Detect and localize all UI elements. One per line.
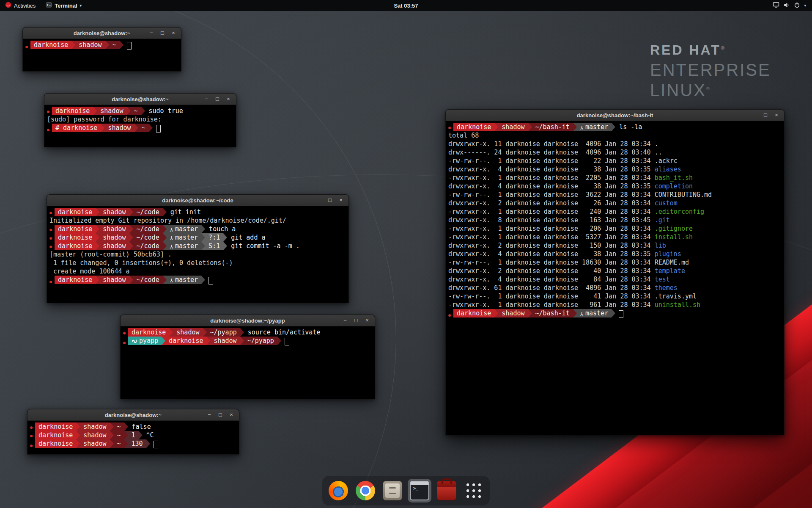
terminal-app-icon bbox=[410, 481, 429, 500]
close-button[interactable]: × bbox=[227, 411, 236, 419]
command-text: ls -la bbox=[619, 123, 642, 131]
prompt-line: ●# darknoiseshadow~ bbox=[47, 124, 233, 132]
prompt-segment-git: Ymaster bbox=[167, 242, 201, 250]
window-titlebar[interactable]: darknoise@shadow:~−□× bbox=[27, 409, 239, 421]
rhel-logo-enterprise: ENTERPRISE bbox=[650, 61, 771, 79]
activities-button[interactable]: Activities bbox=[0, 0, 41, 11]
output-line: 1 file changed, 0 insertions(+), 0 delet… bbox=[49, 259, 346, 267]
prompt-line: ●darknoiseshadow~1^C bbox=[30, 431, 236, 439]
file-list-row: drwxrwxr-x. 2 darknoise darknoise 26 Jan… bbox=[448, 199, 782, 207]
prompt-segment-path: ~ bbox=[138, 124, 149, 132]
maximize-button[interactable]: □ bbox=[213, 95, 222, 103]
close-button[interactable]: × bbox=[224, 95, 233, 103]
prompt-line: ●darknoiseshadow~/pyappsource bin/activa… bbox=[123, 328, 372, 337]
app-menu-terminal[interactable]: Terminal ▾ bbox=[41, 0, 87, 11]
minimize-button[interactable]: − bbox=[750, 111, 759, 119]
minimize-button[interactable]: − bbox=[315, 196, 323, 204]
dock-terminal-icon[interactable] bbox=[408, 479, 431, 502]
clock[interactable]: Sat 03:57 bbox=[394, 3, 418, 9]
dock-grid-icon[interactable] bbox=[462, 479, 486, 502]
terminal-content[interactable]: ●darknoiseshadow~false●darknoiseshadow~1… bbox=[27, 421, 239, 450]
software-app-icon bbox=[437, 481, 456, 500]
redhat-fedora-icon bbox=[5, 2, 11, 9]
close-button[interactable]: × bbox=[169, 29, 178, 37]
dock-software-icon[interactable] bbox=[435, 479, 458, 502]
dock-firefox-icon[interactable] bbox=[326, 479, 350, 502]
git-branch-icon: Y bbox=[580, 309, 583, 318]
terminal-content[interactable]: ●darknoiseshadow~/codegit initInitialize… bbox=[47, 206, 348, 286]
maximize-button[interactable]: □ bbox=[352, 316, 360, 325]
powerline-arrow-icon bbox=[134, 124, 138, 132]
powerline-arrow-icon bbox=[124, 431, 128, 439]
git-branch-icon: Y bbox=[170, 234, 173, 242]
maximize-button[interactable]: □ bbox=[761, 111, 770, 119]
window-titlebar[interactable]: darknoise@shadow:~/code−□× bbox=[47, 195, 348, 206]
powerline-arrow-icon bbox=[71, 41, 75, 49]
terminal-window-exitcodes[interactable]: darknoise@shadow:~−□×●darknoiseshadow~fa… bbox=[27, 409, 239, 455]
prompt-marker-icon: ● bbox=[448, 313, 451, 318]
window-titlebar[interactable]: darknoise@shadow:~/bash-it−□× bbox=[446, 110, 784, 121]
file-list-row: -rwxrwxr-x. 1 darknoise darknoise 2205 J… bbox=[448, 174, 782, 182]
terminal-content[interactable]: ●darknoiseshadow~/pyappsource bin/activa… bbox=[121, 326, 375, 347]
prompt-marker-icon: ● bbox=[49, 244, 52, 249]
terminal-content[interactable]: ●darknoiseshadow~/bash-itYmasterls -lato… bbox=[446, 121, 784, 319]
dock-files-icon[interactable] bbox=[381, 479, 404, 502]
command-text: git add a bbox=[231, 234, 265, 241]
prompt-segment-host: shadow bbox=[97, 107, 126, 115]
file-name: .editorconfig bbox=[655, 208, 704, 215]
minimize-button[interactable]: − bbox=[341, 316, 349, 325]
terminal-window-bash-it[interactable]: darknoise@shadow:~/bash-it−□×●darknoises… bbox=[445, 109, 785, 435]
rhel-logo-linux: LINUX® bbox=[650, 79, 771, 99]
terminal-window-pyapp[interactable]: darknoise@shadow:~/pyapp−□×●darknoisesha… bbox=[120, 315, 375, 399]
powerline-arrow-icon bbox=[93, 107, 97, 115]
terminal-content[interactable]: ●darknoiseshadow~ bbox=[23, 39, 181, 51]
close-button[interactable]: × bbox=[337, 196, 345, 204]
file-name: themes bbox=[655, 284, 678, 292]
prompt-segment-host: shadow bbox=[99, 276, 129, 284]
powerline-arrow-icon bbox=[163, 233, 167, 242]
prompt-segment-host: shadow bbox=[80, 439, 110, 448]
prompt-segment-host: shadow bbox=[210, 337, 240, 345]
prompt-segment-host: shadow bbox=[104, 124, 134, 132]
terminal-content[interactable]: ●darknoiseshadow~sudo true[sudo] passwor… bbox=[44, 105, 236, 134]
prompt-line: ●darknoiseshadow~false bbox=[30, 422, 236, 431]
power-icon bbox=[794, 2, 800, 9]
terminal-window-home-small[interactable]: darknoise@shadow:~−□×●darknoiseshadow~ bbox=[22, 27, 181, 72]
dock-chrome-icon[interactable] bbox=[354, 479, 377, 502]
window-titlebar[interactable]: darknoise@shadow:~−□× bbox=[44, 94, 236, 105]
prompt-marker-icon: ● bbox=[47, 127, 49, 132]
window-titlebar[interactable]: darknoise@shadow:~−□× bbox=[23, 28, 181, 39]
powerline-arrow-icon bbox=[528, 123, 532, 131]
window-title: darknoise@shadow:~/pyapp bbox=[121, 318, 375, 324]
file-list-row: drwxrwxr-x. 8 darknoise darknoise 163 Ja… bbox=[448, 216, 782, 224]
maximize-button[interactable]: □ bbox=[326, 196, 334, 204]
file-name: lib bbox=[655, 242, 666, 249]
prompt-segment-host: shadow bbox=[80, 422, 110, 431]
git-branch-icon: Y bbox=[170, 276, 173, 284]
file-name: .ackrc bbox=[655, 157, 678, 165]
terminal-window-sudo[interactable]: darknoise@shadow:~−□×●darknoiseshadow~su… bbox=[44, 93, 236, 147]
system-menu[interactable]: ▾ bbox=[769, 0, 809, 11]
powerline-arrow-icon bbox=[201, 233, 205, 242]
close-button[interactable]: × bbox=[772, 111, 781, 119]
chevron-down-icon: ▾ bbox=[80, 3, 82, 8]
prompt-segment-user: darknoise bbox=[52, 107, 93, 115]
maximize-button[interactable]: □ bbox=[158, 29, 167, 37]
prompt-segment-path: ~ bbox=[114, 431, 124, 439]
powerline-arrow-icon bbox=[573, 123, 577, 131]
prompt-segment-user: darknoise bbox=[55, 242, 96, 250]
window-titlebar[interactable]: darknoise@shadow:~/pyapp−□× bbox=[121, 315, 375, 326]
prompt-line: ●darknoiseshadow~ bbox=[25, 41, 178, 49]
chrome-app-icon bbox=[356, 481, 375, 500]
minimize-button[interactable]: − bbox=[147, 29, 156, 37]
prompt-segment-path: ~/pyapp bbox=[244, 337, 277, 345]
maximize-button[interactable]: □ bbox=[216, 411, 225, 419]
powerline-arrow-icon bbox=[120, 41, 123, 49]
prompt-segment-path: ~ bbox=[131, 107, 141, 115]
powerline-arrow-icon bbox=[96, 242, 99, 250]
close-button[interactable]: × bbox=[363, 316, 371, 325]
minimize-button[interactable]: − bbox=[205, 411, 214, 419]
powerline-arrow-icon bbox=[573, 309, 577, 318]
minimize-button[interactable]: − bbox=[202, 95, 211, 103]
terminal-window-code[interactable]: darknoise@shadow:~/code−□×●darknoiseshad… bbox=[47, 194, 349, 303]
